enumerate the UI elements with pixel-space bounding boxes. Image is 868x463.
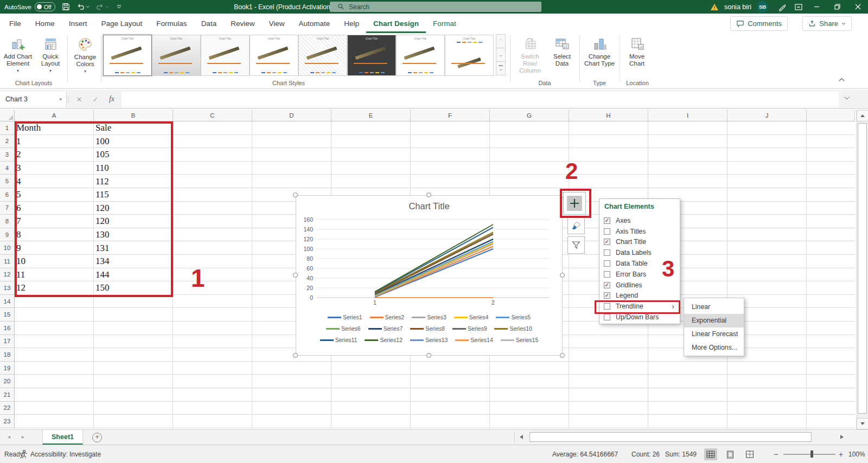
autosave-toggle[interactable]: Off	[35, 2, 55, 11]
row-header-1[interactable]: 1	[0, 121, 15, 135]
chart-resize-handle[interactable]	[426, 353, 431, 358]
row-header-12[interactable]: 12	[0, 268, 15, 282]
checkbox-unchecked[interactable]	[604, 228, 610, 235]
column-header-G[interactable]: G	[490, 110, 569, 121]
column-header-C[interactable]: C	[173, 110, 252, 121]
add-chart-element-button[interactable]: Add Chart Element ▾	[2, 35, 34, 80]
legend-item-series13[interactable]: Series13	[410, 337, 448, 343]
row-header-5[interactable]: 5	[0, 175, 15, 188]
expand-formula-bar-icon[interactable]	[844, 97, 850, 100]
checkbox-unchecked[interactable]	[604, 314, 610, 320]
chart-element-item-axes[interactable]: ✓Axes	[599, 215, 680, 226]
legend-item-series15[interactable]: Series15	[501, 337, 538, 343]
chart-element-item-legend[interactable]: ✓Legend	[599, 291, 680, 301]
normal-view-icon[interactable]	[704, 448, 717, 460]
row-header-3[interactable]: 3	[0, 148, 15, 162]
chart-resize-handle[interactable]	[293, 273, 298, 278]
restore-button[interactable]	[827, 0, 847, 14]
legend-item-series5[interactable]: Series5	[496, 314, 531, 320]
sheet-tab-sheet1[interactable]: Sheet1	[42, 430, 83, 445]
checkbox-unchecked[interactable]	[604, 249, 610, 256]
chart-style-thumbnail-5[interactable]: Chart Title	[298, 35, 347, 76]
legend-item-series7[interactable]: Series7	[368, 325, 403, 332]
chart-resize-handle[interactable]	[293, 353, 298, 358]
chart-style-thumbnail-6[interactable]: Chart Title	[347, 35, 396, 76]
zoom-slider[interactable]	[783, 454, 835, 455]
row-header-2[interactable]: 2	[0, 135, 15, 149]
chart-styles-button[interactable]	[567, 217, 585, 234]
chart-legend[interactable]: Series1Series2Series3Series4Series5Serie…	[296, 314, 562, 343]
avatar[interactable]: SB	[757, 1, 768, 12]
user-name[interactable]: sonia biri	[724, 3, 751, 11]
sheet-nav-left-icon[interactable]: ◂	[8, 434, 10, 440]
checkbox-unchecked[interactable]	[604, 271, 610, 278]
ink-editor-icon[interactable]	[778, 3, 787, 11]
undo-button[interactable]	[76, 3, 90, 11]
minimize-button[interactable]	[806, 0, 827, 14]
tab-automate[interactable]: Automate	[291, 14, 337, 33]
change-colors-button[interactable]: Change Colors ▾	[69, 35, 101, 80]
legend-item-series8[interactable]: Series8	[410, 325, 445, 332]
name-box[interactable]: Chart 3 ▾	[0, 92, 67, 107]
chart-title[interactable]: Chart Title	[296, 201, 562, 211]
tab-chart-design[interactable]: Chart Design	[366, 14, 426, 33]
checkbox-checked[interactable]: ✓	[604, 282, 610, 288]
zoom-in-icon[interactable]: +	[839, 445, 843, 463]
row-header-22[interactable]: 22	[0, 402, 15, 415]
accessibility-icon[interactable]	[21, 445, 28, 463]
row-header-11[interactable]: 11	[0, 255, 15, 268]
gallery-scroll-down-icon[interactable]: ⌄	[496, 48, 506, 62]
tab-data[interactable]: Data	[194, 14, 224, 33]
tab-insert[interactable]: Insert	[62, 14, 94, 33]
horizontal-scroll-thumb[interactable]	[529, 432, 812, 442]
change-chart-type-button[interactable]: Change Chart Type	[582, 35, 617, 80]
row-header-21[interactable]: 21	[0, 388, 15, 402]
chart-style-thumbnail-7[interactable]: Chart Title	[396, 35, 445, 76]
page-break-view-icon[interactable]	[743, 448, 756, 460]
collapse-ribbon-icon[interactable]	[839, 78, 845, 81]
column-header-I[interactable]: I	[648, 110, 727, 121]
tab-file[interactable]: File	[2, 14, 28, 33]
scroll-up-icon[interactable]	[857, 110, 868, 121]
tab-format[interactable]: Format	[426, 14, 463, 33]
chart-filters-button[interactable]	[567, 236, 585, 254]
accessibility-status[interactable]: Accessibility: Investigate	[30, 445, 101, 463]
search-input[interactable]: Search	[330, 2, 541, 12]
switch-row-column-button[interactable]: Switch Row/ Column	[513, 35, 547, 80]
chart-element-item-chart-title[interactable]: ✓Chart Title	[599, 237, 680, 248]
tab-page-layout[interactable]: Page Layout	[94, 14, 150, 33]
row-header-23[interactable]: 23	[0, 415, 15, 428]
column-header-A[interactable]: A	[15, 110, 94, 121]
formula-input[interactable]	[122, 92, 839, 107]
save-icon[interactable]	[62, 3, 70, 11]
chart-resize-handle[interactable]	[560, 273, 565, 278]
zoom-slider-thumb[interactable]	[810, 451, 813, 458]
close-button[interactable]	[847, 0, 868, 14]
select-all-cells-button[interactable]	[0, 110, 15, 121]
legend-item-series1[interactable]: Series1	[328, 314, 362, 320]
zoom-out-icon[interactable]: −	[774, 445, 778, 463]
customize-quick-access-icon[interactable]	[117, 5, 122, 9]
tab-view[interactable]: View	[261, 14, 291, 33]
checkbox-unchecked[interactable]	[604, 260, 610, 267]
row-header-6[interactable]: 6	[0, 188, 15, 202]
trendline-option-linear[interactable]: Linear	[684, 300, 744, 314]
new-sheet-button[interactable]: +	[92, 433, 102, 442]
quick-layout-button[interactable]: Quick Layout ▾	[35, 35, 66, 80]
column-header-B[interactable]: B	[94, 110, 173, 121]
row-header-4[interactable]: 4	[0, 162, 15, 175]
chart-style-thumbnail-8[interactable]: Chart Title	[445, 35, 494, 76]
legend-item-series4[interactable]: Series4	[454, 314, 489, 320]
legend-item-series11[interactable]: Series11	[320, 337, 358, 343]
row-header-16[interactable]: 16	[0, 321, 15, 335]
checkbox-checked[interactable]: ✓	[604, 239, 610, 245]
trendline-option-linear-forecast[interactable]: Linear Forecast	[684, 327, 744, 341]
trendline-option-exponential[interactable]: Exponential	[684, 314, 744, 327]
checkbox-checked[interactable]: ✓	[604, 292, 610, 299]
row-header-17[interactable]: 17	[0, 335, 15, 349]
chart-style-thumbnail-2[interactable]: Chart Title	[152, 35, 201, 76]
cancel-icon[interactable]: ✕	[72, 92, 87, 107]
legend-item-series9[interactable]: Series9	[452, 325, 487, 332]
row-header-15[interactable]: 15	[0, 308, 15, 321]
legend-item-series6[interactable]: Series6	[326, 325, 361, 332]
